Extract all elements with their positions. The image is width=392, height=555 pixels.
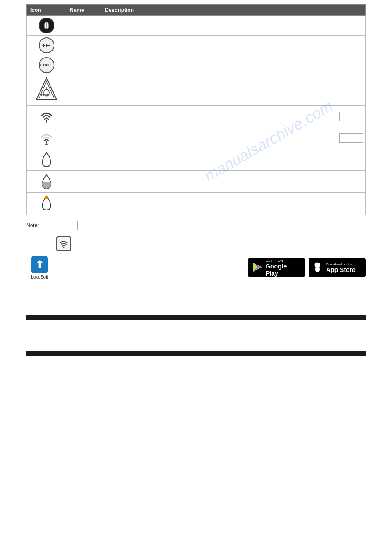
apple-icon [313,262,324,273]
wifi-weak-value-box [339,133,363,143]
col-header-description: Description [101,5,366,16]
app-store-line2: App Store [326,266,356,273]
name-cell-drop-orange [66,193,101,215]
note-value-box [43,221,78,230]
boost-icon: BOOST [36,77,58,102]
icon-cell-boost: BOOST [27,75,66,106]
name-cell-wifi-strong [66,106,101,127]
google-play-line1: GET IT ON [266,259,301,263]
icon-cell-eco: ECO + [27,55,66,75]
icon-table: Icon Name Description [26,4,366,215]
table-row: ECO + [27,55,366,75]
svg-point-8 [46,120,47,122]
drop-orange-icon [38,195,55,212]
table-row [27,127,366,149]
icon-cell-wifi-weak [27,127,66,149]
app-icon-box: ⬆ LuxoSoft [26,256,53,279]
desc-cell-wifi-strong [101,106,366,127]
name-cell-suitcase [66,16,101,36]
table-row [27,171,366,193]
note-label: Note: [26,222,39,229]
icon-cell-drop-outline [27,149,66,171]
note-line: Note: [26,221,366,230]
drop-half-icon [38,173,55,190]
wifi-strong-icon [38,108,55,125]
wifi-note-line [26,236,366,251]
name-cell-drop-half [66,171,101,193]
table-row: BOOST [27,75,366,106]
desc-cell-drop-half [101,171,366,193]
name-cell-plusminus [66,36,101,55]
name-cell-eco [66,55,101,75]
svg-point-16 [63,247,65,248]
svg-text:BOOST: BOOST [41,94,52,97]
icon-cell-wifi-strong [27,106,66,127]
desc-cell-drop-outline [101,149,366,171]
table-row [27,149,366,171]
spacer-2 [26,324,366,351]
name-cell-boost [66,75,101,106]
spacer-1 [26,288,366,315]
eco-icon: ECO + [39,57,54,73]
name-cell-drop-outline [66,149,101,171]
col-header-name: Name [66,5,101,16]
wifi-weak-icon [38,129,55,147]
name-cell-wifi-weak [66,127,101,149]
suitcase-icon [39,18,54,33]
icon-cell-plusminus: +/− [27,36,66,55]
desc-cell-eco [101,55,366,75]
table-row [27,193,366,215]
desc-cell-suitcase [101,16,366,36]
desc-cell-wifi-weak [101,127,366,149]
app-icon-label: LuxoSoft [31,275,48,279]
icon-cell-drop-half [27,171,66,193]
table-row [27,106,366,127]
desc-cell-boost [101,75,366,106]
app-store-button[interactable]: Download on the App Store [309,258,366,277]
drop-outline-icon [38,151,55,168]
app-section: ⬆ LuxoSoft GET IT ON Google [26,256,366,279]
store-buttons: GET IT ON Google Play Download on the Ap… [248,258,366,277]
desc-cell-drop-orange [101,193,366,215]
svg-point-11 [46,141,47,143]
app-icon: ⬆ [31,256,48,273]
icon-cell-drop-orange [27,193,66,215]
col-header-icon: Icon [27,5,66,16]
icon-cell-suitcase [27,16,66,36]
desc-cell-plusminus [101,36,366,55]
table-row: +/− [27,36,366,55]
svg-point-22 [316,263,319,265]
wifi-router-icon [56,236,71,251]
google-play-button[interactable]: GET IT ON Google Play [248,258,305,277]
section-bar-2 [26,351,366,356]
plusminus-icon: +/− [39,37,54,53]
google-play-icon [252,262,263,273]
google-play-line2: Google Play [266,263,301,277]
table-row [27,16,366,36]
app-store-line1: Download on the [326,262,356,266]
section-bar-1 [26,315,366,320]
svg-point-15 [45,196,48,199]
wifi-strong-value-box [339,112,363,121]
